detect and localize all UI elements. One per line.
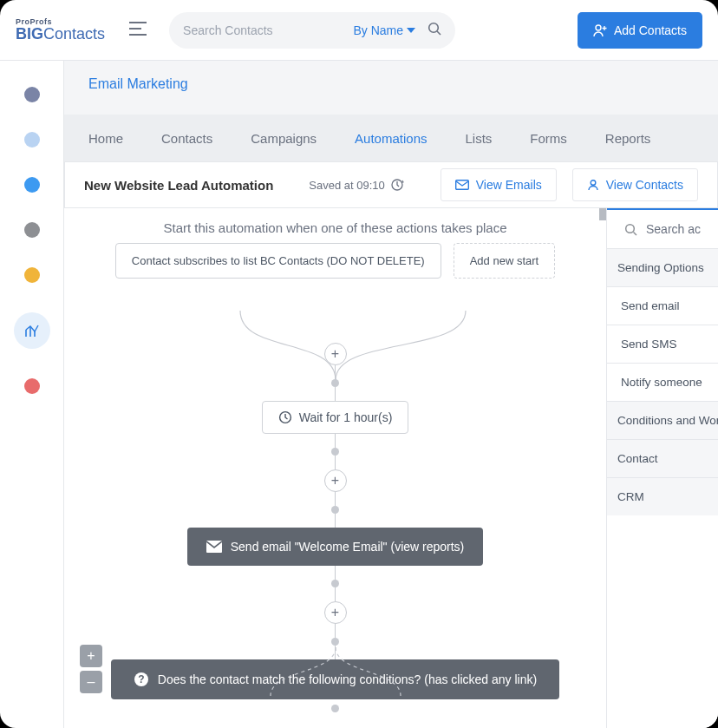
panel-section-contact: Contact [607, 439, 718, 477]
zoom-in-button[interactable]: + [80, 645, 102, 667]
refresh-icon [390, 178, 404, 192]
zoom-controls: + – [80, 645, 102, 693]
add-start-card[interactable]: Add new start [454, 243, 556, 279]
menu-icon[interactable] [129, 22, 147, 39]
line [335, 434, 336, 448]
add-contacts-button[interactable]: Add Contacts [578, 12, 702, 49]
line [335, 646, 336, 659]
tab-reports[interactable]: Reports [605, 131, 651, 146]
body: Email Marketing Home Contacts Campaigns … [0, 61, 718, 728]
saved-status: Saved at 09:10 [309, 178, 403, 192]
logo-bottom: BIGContacts [16, 26, 105, 42]
panel-item-notify[interactable]: Notify someone [607, 363, 718, 401]
logo: ProProfs BIGContacts [16, 18, 105, 42]
tab-automations[interactable]: Automations [355, 131, 427, 146]
line [335, 566, 336, 580]
search-icon [624, 223, 637, 236]
line [335, 492, 336, 506]
nav-dot-4[interactable] [24, 222, 40, 238]
zoom-out-button[interactable]: – [80, 671, 102, 693]
sidenav [0, 61, 64, 728]
main: Email Marketing Home Contacts Campaigns … [64, 61, 718, 728]
line [335, 587, 336, 601]
tab-home[interactable]: Home [88, 131, 123, 146]
svg-rect-3 [455, 180, 468, 190]
line [335, 456, 336, 469]
line [335, 365, 336, 379]
dot-node [331, 638, 339, 646]
svg-text:?: ? [138, 673, 144, 685]
dot-node [331, 506, 339, 514]
nav-dot-7[interactable] [24, 378, 40, 394]
panel-search[interactable]: Search ac [607, 210, 718, 248]
wait-label: Wait for 1 hour(s) [299, 410, 393, 424]
view-contacts-label: View Contacts [606, 178, 683, 192]
svg-point-4 [591, 180, 596, 186]
dot-node [331, 580, 339, 587]
question-icon: ? [134, 672, 149, 687]
panel-search-text: Search ac [646, 222, 701, 236]
line [335, 387, 336, 401]
send-email-card[interactable]: Send email "Welcome Email" (view reports… [187, 528, 484, 566]
panel-section-crm: CRM [607, 477, 718, 515]
flow: Contact subscribes to list BC Contacts (… [64, 243, 606, 728]
wait-card[interactable]: Wait for 1 hour(s) [262, 401, 409, 434]
tab-contacts[interactable]: Contacts [161, 131, 212, 146]
panel-item-email[interactable]: Send email [607, 286, 718, 325]
actions-panel: Search ac Sending Options Send email Sen… [607, 208, 718, 728]
dot-node [331, 448, 339, 456]
search-input[interactable] [183, 23, 353, 37]
condition-card[interactable]: ? Does the contact match the following c… [111, 659, 559, 699]
tab-forms[interactable]: Forms [530, 131, 567, 146]
svg-point-9 [626, 224, 635, 233]
tab-lists[interactable]: Lists [465, 131, 492, 146]
scroll-indicator [599, 208, 606, 220]
byname-label: By Name [353, 23, 403, 37]
plus-node-2[interactable]: + [324, 469, 347, 492]
view-emails-button[interactable]: View Emails [441, 168, 557, 201]
nav-dot-5[interactable] [24, 267, 40, 283]
page-title: Email Marketing [64, 61, 718, 115]
view-contacts-button[interactable]: View Contacts [572, 168, 698, 201]
search-icon[interactable] [428, 22, 441, 39]
topbar: ProProfs BIGContacts By Name Add Contact… [0, 0, 718, 61]
envelope-icon [455, 180, 469, 190]
nav-dot-2[interactable] [24, 132, 40, 148]
panel-section-conditions: Conditions and Wor [607, 401, 718, 439]
logo-thin: Contacts [43, 25, 105, 43]
panel-section-sending: Sending Options [607, 248, 718, 286]
panel-item-sms[interactable]: Send SMS [607, 325, 718, 363]
search-byname[interactable]: By Name [353, 23, 415, 37]
plus-node-1[interactable]: + [324, 343, 347, 365]
add-contacts-label: Add Contacts [614, 23, 687, 37]
line [335, 514, 336, 528]
view-emails-label: View Emails [476, 178, 542, 192]
plus-node-3[interactable]: + [324, 601, 347, 624]
saved-label: Saved at 09:10 [309, 179, 384, 192]
svg-point-1 [596, 25, 601, 30]
person-icon [587, 179, 599, 191]
logo-big: BIG [16, 25, 43, 43]
subheader: New Website Lead Automation Saved at 09:… [64, 161, 718, 208]
start-row: Contact subscribes to list BC Contacts (… [115, 243, 555, 279]
canvas-head: Start this automation when one of these … [64, 208, 606, 244]
nav-dot-3[interactable] [24, 177, 40, 193]
search-wrap: By Name [169, 12, 455, 49]
send-email-label: Send email "Welcome Email" (view reports… [231, 540, 465, 554]
dot-node [331, 379, 339, 387]
clock-icon [278, 410, 292, 424]
tabs: Home Contacts Campaigns Automations List… [64, 115, 718, 161]
dot-node [331, 705, 339, 712]
nav-dot-1[interactable] [24, 87, 40, 102]
envelope-icon [206, 541, 222, 553]
nav-analytics[interactable] [14, 312, 50, 349]
col: + Wait for 1 hour(s) + [111, 343, 559, 712]
canvas[interactable]: Start this automation when one of these … [64, 208, 607, 728]
start-card[interactable]: Contact subscribes to list BC Contacts (… [115, 243, 441, 279]
condition-label: Does the contact match the following con… [158, 672, 537, 686]
line [335, 624, 336, 638]
canvas-row: Start this automation when one of these … [64, 208, 718, 728]
tab-campaigns[interactable]: Campaigns [251, 131, 317, 146]
automation-title: New Website Lead Automation [84, 178, 273, 193]
svg-point-0 [429, 23, 439, 32]
